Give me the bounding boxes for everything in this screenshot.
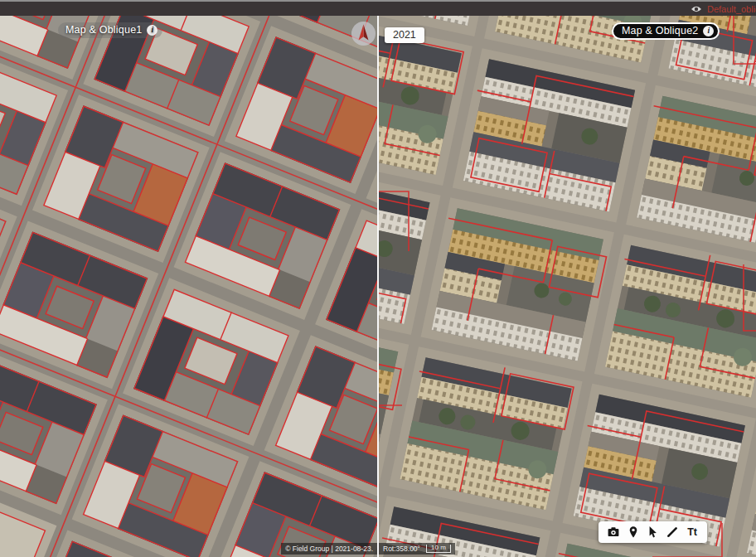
map-pane-oblique[interactable]: 2021 Map & Oblique2 i Rot:358.00° 10 m <box>379 16 756 557</box>
select-tool-button[interactable] <box>644 524 661 540</box>
rotation-readout: Rot:358.00° <box>383 545 420 553</box>
imagery-year-label: 2021 <box>393 29 416 41</box>
draw-tool-button[interactable] <box>664 524 681 540</box>
camera-icon <box>607 526 620 539</box>
pane-title-oblique2[interactable]: Map & Oblique2 i <box>612 22 720 40</box>
pen-icon <box>666 526 679 539</box>
map-attribution: © Field Group | 2021-08-23. <box>281 543 377 555</box>
imagery-year-chip[interactable]: 2021 <box>385 27 424 43</box>
map-pane-ortho[interactable]: Map & Oblique1 i © Field Group | 2021-08… <box>0 16 377 557</box>
pane-divider[interactable] <box>377 16 379 557</box>
view-status-strip: Rot:358.00° 10 m <box>379 543 455 555</box>
cursor-icon <box>646 526 659 539</box>
layer-visibility-control: Default_obliqu <box>691 2 756 16</box>
attribution-text: © Field Group | 2021-08-23. <box>285 545 373 553</box>
oblique-aerial-imagery <box>379 16 756 557</box>
text-tool-button[interactable]: Tt <box>684 524 700 540</box>
ortho-aerial-imagery <box>0 16 377 557</box>
compass-north-arrow[interactable] <box>351 21 376 46</box>
eye-icon[interactable] <box>691 5 702 13</box>
pane-title-label: Map & Oblique1 <box>65 24 142 36</box>
pane-title-label: Map & Oblique2 <box>622 25 698 36</box>
map-pin-icon <box>627 526 640 539</box>
text-icon: Tt <box>687 527 697 538</box>
camera-tool-button[interactable] <box>605 524 622 540</box>
active-layer-name[interactable]: Default_obliqu <box>707 4 756 14</box>
scale-bar: 10 m <box>426 545 451 553</box>
placemark-tool-button[interactable] <box>625 524 642 540</box>
info-icon[interactable]: i <box>703 26 714 36</box>
pane-title-oblique1[interactable]: Map & Oblique1 i <box>58 22 162 38</box>
info-icon[interactable]: i <box>147 25 158 36</box>
application-top-bar: Default_obliqu <box>0 0 756 16</box>
annotation-toolbar: Tt <box>598 521 707 543</box>
gis-application-window: Map & Oblique1 i © Field Group | 2021-08… <box>0 0 756 557</box>
